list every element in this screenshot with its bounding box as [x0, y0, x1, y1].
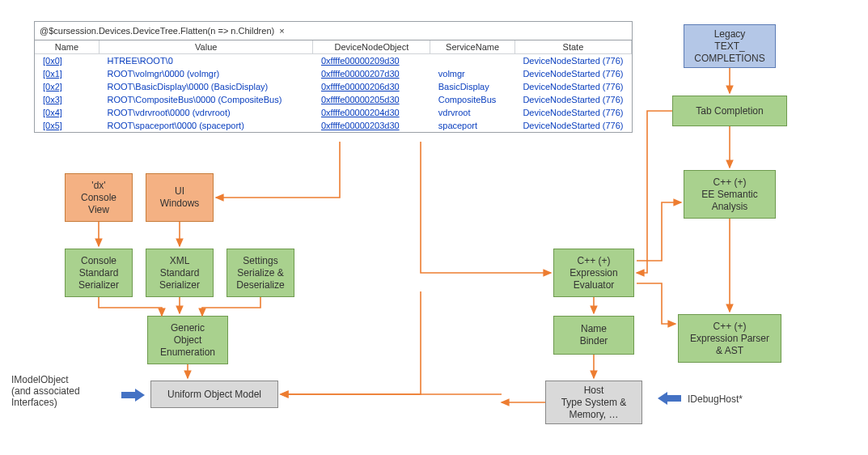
node-ui-windows: UI Windows — [146, 173, 214, 222]
row-name[interactable]: [0x3] — [43, 95, 62, 104]
annotation-idebughost: IDebugHost* — [688, 393, 743, 405]
arrow-idebughost-icon — [657, 392, 681, 405]
row-svc: spaceport — [438, 121, 477, 130]
row-state: DeviceNodeStarted (776) — [523, 56, 623, 66]
node-dx-console: 'dx' Console View — [65, 173, 133, 222]
row-state: DeviceNodeStarted (776) — [523, 95, 623, 104]
row-state: DeviceNodeStarted (776) — [523, 82, 623, 91]
row-name[interactable]: [0x0] — [43, 56, 62, 66]
row-value[interactable]: ROOT\CompositeBus\0000 (CompositeBus) — [107, 95, 282, 104]
table-row: [0x1]ROOT\volmgr\0000 (volmgr)0xffffe000… — [35, 67, 632, 80]
row-state: DeviceNodeStarted (776) — [523, 69, 623, 79]
arrow-imodel-icon — [121, 389, 146, 402]
col-obj[interactable]: DeviceNodeObject — [313, 40, 430, 54]
row-obj[interactable]: 0xffffe00000209d30 — [321, 56, 400, 66]
node-tab-completion: Tab Completion — [672, 96, 787, 126]
row-obj[interactable]: 0xffffe00000206d30 — [321, 82, 400, 91]
table-row: [0x0]HTREE\ROOT\00xffffe00000209d30Devic… — [35, 54, 632, 68]
annotation-imodel: IModelObject (and associated Interfaces) — [11, 374, 125, 408]
node-expr-parser: C++ (+) Expression Parser & AST — [678, 314, 781, 363]
col-name[interactable]: Name — [35, 40, 99, 54]
table-row: [0x3]ROOT\CompositeBus\0000 (CompositeBu… — [35, 93, 632, 106]
watch-expression-text: @$cursession.Devices.DeviceTree.Flatten(… — [40, 26, 274, 36]
row-value[interactable]: ROOT\vdrvroot\0000 (vdrvroot) — [107, 108, 230, 117]
watch-table: Name Value DeviceNodeObject ServiceName … — [35, 40, 632, 132]
node-expr-eval: C++ (+) Expression Evaluator — [553, 249, 634, 297]
row-obj[interactable]: 0xffffe00000203d30 — [321, 121, 400, 130]
row-obj[interactable]: 0xffffe00000204d30 — [321, 108, 400, 117]
node-settings-serialize: Settings Serialize & Deserialize — [227, 249, 294, 297]
row-obj[interactable]: 0xffffe00000205d30 — [321, 95, 400, 104]
col-state[interactable]: State — [514, 40, 631, 54]
node-host-typesys: Host Type System & Memory, … — [545, 381, 642, 424]
row-svc: CompositeBus — [438, 95, 497, 104]
table-row: [0x2]ROOT\BasicDisplay\0000 (BasicDispla… — [35, 80, 632, 93]
row-svc: BasicDisplay — [438, 82, 489, 91]
row-name[interactable]: [0x1] — [43, 69, 62, 79]
row-obj[interactable]: 0xffffe00000207d30 — [321, 69, 400, 79]
row-state: DeviceNodeStarted (776) — [523, 121, 623, 130]
row-name[interactable]: [0x5] — [43, 121, 62, 130]
table-row: [0x5]ROOT\spaceport\0000 (spaceport)0xff… — [35, 119, 632, 132]
row-value[interactable]: ROOT\BasicDisplay\0000 (BasicDisplay) — [107, 82, 268, 91]
node-ee-semantic: C++ (+) EE Semantic Analysis — [684, 170, 776, 219]
node-generic-enum: Generic Object Enumeration — [147, 316, 228, 364]
watch-expression-tab[interactable]: @$cursession.Devices.DeviceTree.Flatten(… — [35, 22, 632, 40]
row-svc: vdrvroot — [438, 108, 471, 117]
row-svc: volmgr — [438, 69, 465, 79]
watch-window: @$cursession.Devices.DeviceTree.Flatten(… — [34, 21, 633, 133]
node-name-binder: Name Binder — [553, 316, 634, 355]
row-value[interactable]: HTREE\ROOT\0 — [107, 56, 172, 66]
row-state: DeviceNodeStarted (776) — [523, 108, 623, 117]
row-name[interactable]: [0x4] — [43, 108, 62, 117]
col-svc[interactable]: ServiceName — [430, 40, 515, 54]
row-value[interactable]: ROOT\volmgr\0000 (volmgr) — [107, 69, 219, 79]
col-value[interactable]: Value — [99, 40, 312, 54]
row-value[interactable]: ROOT\spaceport\0000 (spaceport) — [107, 121, 243, 130]
node-xml-serializer: XML Standard Serializer — [146, 249, 214, 297]
close-icon[interactable]: × — [279, 26, 284, 36]
row-name[interactable]: [0x2] — [43, 82, 62, 91]
node-uniform-model: Uniform Object Model — [150, 381, 278, 408]
node-legacy-completions: Legacy TEXT_ COMPLETIONS — [684, 24, 776, 68]
table-row: [0x4]ROOT\vdrvroot\0000 (vdrvroot)0xffff… — [35, 106, 632, 119]
node-console-serializer: Console Standard Serializer — [65, 249, 133, 297]
